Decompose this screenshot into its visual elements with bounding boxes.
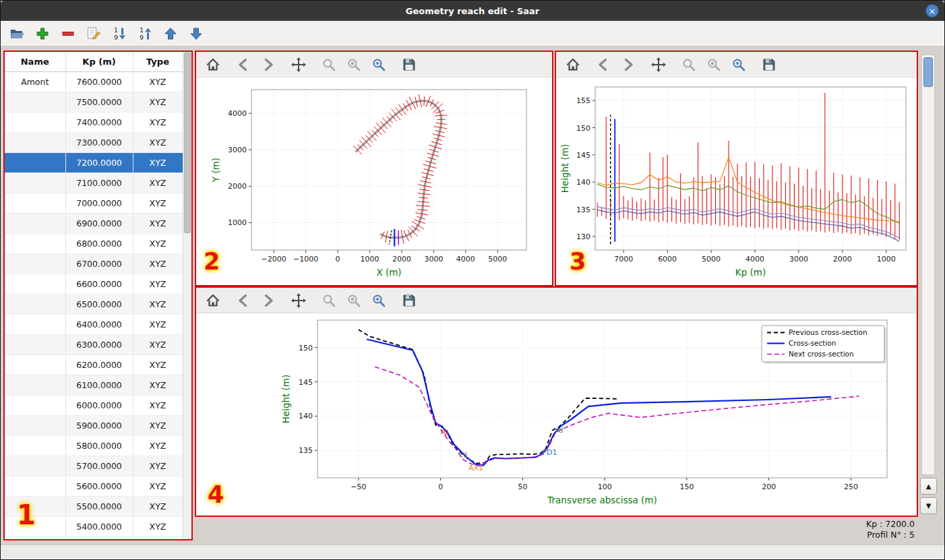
annotation-label-2: 2 xyxy=(204,248,220,275)
back-button[interactable] xyxy=(593,55,613,75)
table-row[interactable]: 6400.0000XYZ xyxy=(5,314,183,334)
close-icon: × xyxy=(929,7,936,15)
pan-icon xyxy=(291,292,307,309)
previous-profile-button[interactable]: ▲ xyxy=(920,478,937,495)
zoom-original-button[interactable] xyxy=(344,290,364,311)
cell-type: XYZ xyxy=(133,152,183,173)
cell-kp: 7200.0000 xyxy=(65,152,133,173)
forward-button[interactable] xyxy=(618,55,638,75)
move-down-button[interactable] xyxy=(187,24,205,42)
remove-cross-section-button[interactable] xyxy=(59,24,77,42)
sort-descending-icon: 1 9 xyxy=(111,26,127,42)
add-cross-section-button[interactable] xyxy=(33,24,51,42)
pan-button[interactable] xyxy=(288,55,309,75)
next-profile-button[interactable]: ▼ xyxy=(920,497,937,514)
zoom-original-button[interactable] xyxy=(344,55,364,75)
svg-text:3000: 3000 xyxy=(424,255,443,263)
cell-kp: 6100.0000 xyxy=(65,375,133,395)
table-row[interactable]: 6600.0000XYZ xyxy=(5,274,183,294)
kp-readout: Kp : 7200.0 xyxy=(769,519,915,530)
home-button[interactable] xyxy=(203,290,223,311)
column-header-kp[interactable]: Kp (m) xyxy=(65,52,133,71)
zoom-button[interactable] xyxy=(319,290,339,311)
forward-icon xyxy=(620,57,636,73)
pan-button[interactable] xyxy=(648,55,669,75)
sort-down-button[interactable]: 1 9 xyxy=(110,24,128,42)
plan-view-plot[interactable]: −2000−1000010002000300040005000100020003… xyxy=(196,77,552,285)
table-row[interactable]: 7000.0000XYZ xyxy=(5,193,183,213)
table-row[interactable]: 5800.0000XYZ xyxy=(5,435,183,456)
table-row[interactable]: 5700.0000XYZ xyxy=(5,456,183,476)
svg-text:Height (m): Height (m) xyxy=(559,144,570,193)
zoom-to-rect-button[interactable] xyxy=(369,55,389,75)
zoom-original-icon xyxy=(346,57,362,73)
statusbar xyxy=(1,545,944,559)
close-button[interactable]: × xyxy=(925,4,939,18)
table-row[interactable]: 6500.0000XYZ xyxy=(5,294,183,314)
svg-text:3000: 3000 xyxy=(228,146,247,154)
table-row[interactable]: 7400.0000XYZ xyxy=(5,112,183,132)
cell-type: XYZ xyxy=(133,456,183,476)
save-button[interactable] xyxy=(759,55,779,75)
svg-text:−1000: −1000 xyxy=(293,255,318,263)
table-scrollbar[interactable] xyxy=(183,52,191,539)
table-row[interactable]: 7500.0000XYZ xyxy=(5,92,183,112)
move-up-button[interactable] xyxy=(161,24,179,42)
cell-type: XYZ xyxy=(133,71,183,92)
back-button[interactable] xyxy=(233,290,253,311)
zoom-to-rect-button[interactable] xyxy=(369,290,389,311)
table-row[interactable]: 6800.0000XYZ xyxy=(5,233,183,253)
forward-button[interactable] xyxy=(258,55,278,75)
sort-up-button[interactable]: 1 9 xyxy=(135,24,154,42)
zoom-to-rect-button[interactable] xyxy=(729,55,749,75)
table-row[interactable]: 7100.0000XYZ xyxy=(5,173,183,193)
svg-text:Height (m): Height (m) xyxy=(280,375,291,424)
cross-section-toolbar xyxy=(196,288,917,313)
table-row[interactable]: 6100.0000XYZ xyxy=(5,375,183,395)
zoom-button[interactable] xyxy=(319,55,339,75)
zoom-button[interactable] xyxy=(679,55,699,75)
home-button[interactable] xyxy=(203,55,223,75)
cross-section-plot[interactable]: −50050100150200250135140145150Transverse… xyxy=(196,313,917,516)
arrow-up-icon xyxy=(163,26,178,41)
home-button[interactable] xyxy=(563,55,583,75)
open-button[interactable] xyxy=(7,24,26,42)
table-scrollbar-thumb[interactable] xyxy=(184,53,191,233)
cell-kp: 6200.0000 xyxy=(65,354,133,375)
save-icon xyxy=(401,292,417,309)
cell-kp: 5700.0000 xyxy=(65,456,133,476)
pan-button[interactable] xyxy=(288,290,309,311)
table-row[interactable]: 6000.0000XYZ xyxy=(5,395,183,415)
column-header-name[interactable]: Name xyxy=(5,52,65,71)
table-row[interactable]: 6300.0000XYZ xyxy=(5,334,183,354)
table-row[interactable]: 6200.0000XYZ xyxy=(5,354,183,375)
cell-name: Amont xyxy=(5,71,65,92)
save-icon xyxy=(761,57,777,73)
annotation-label-3: 3 xyxy=(570,248,586,275)
save-icon xyxy=(401,57,417,73)
save-button[interactable] xyxy=(399,290,419,311)
table-row[interactable]: 5900.0000XYZ xyxy=(5,415,183,435)
svg-text:X (m): X (m) xyxy=(376,267,401,278)
svg-text:250: 250 xyxy=(844,483,858,491)
cell-type: XYZ xyxy=(133,375,183,395)
table-row[interactable]: 6900.0000XYZ xyxy=(5,213,183,233)
zoom-original-button[interactable] xyxy=(704,55,724,75)
save-button[interactable] xyxy=(399,55,419,75)
zoom-original-icon xyxy=(346,292,362,309)
table-row[interactable]: 6700.0000XYZ xyxy=(5,253,183,274)
svg-text:100: 100 xyxy=(598,483,612,491)
table-row[interactable]: 7200.0000XYZ xyxy=(5,152,183,173)
table-row[interactable]: Amont7600.0000XYZ xyxy=(5,71,183,92)
edit-button[interactable] xyxy=(84,24,102,42)
back-button[interactable] xyxy=(233,55,253,75)
forward-button[interactable] xyxy=(258,290,278,311)
column-header-type[interactable]: Type xyxy=(133,52,183,71)
longitudinal-profile-plot[interactable]: 7000600050004000300020001000130135140145… xyxy=(556,77,917,285)
vertical-scrollbar[interactable] xyxy=(921,55,935,475)
vertical-scrollbar-thumb[interactable] xyxy=(923,57,933,87)
table-row[interactable]: 7300.0000XYZ xyxy=(5,132,183,152)
cell-name xyxy=(5,354,65,375)
cell-type: XYZ xyxy=(133,314,183,334)
table-row[interactable]: 5600.0000XYZ xyxy=(5,476,183,496)
